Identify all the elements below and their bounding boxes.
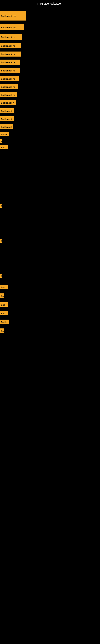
bottleneck-label-7: Bottleneck re [0, 68, 20, 73]
bottleneck-label-12: Bottleneck [0, 108, 14, 113]
bottleneck-label-2: Bottleneck res [0, 24, 24, 30]
bottleneck-label-18: B [0, 204, 2, 208]
bottleneck-label-5: Bottleneck re [0, 52, 21, 56]
bottleneck-label-21: Bott [0, 285, 8, 289]
bottleneck-label-25: Bottle [0, 320, 9, 324]
bottleneck-label-9: Bottleneck re [0, 84, 18, 89]
bottleneck-label-13: Bottleneck [0, 116, 14, 121]
bottleneck-label-17: Bott [0, 145, 8, 149]
bottleneck-label-16: B [0, 139, 2, 143]
bottleneck-label-23: Bott [0, 302, 8, 307]
bottleneck-label-26: Bo [0, 328, 4, 333]
bottleneck-label-19: B [0, 239, 2, 243]
bottleneck-label-20: B [0, 274, 2, 278]
bottleneck-label-24: Bott [0, 311, 8, 315]
bottleneck-label-6: Bottleneck re [0, 60, 20, 64]
bottleneck-label-8: Bottleneck re [0, 76, 19, 81]
bottleneck-label-14: Bottleneck [0, 124, 13, 129]
bottleneck-label-11: Bottleneck r [0, 100, 16, 105]
bottleneck-label-4: Bottleneck re [0, 43, 21, 48]
site-title: TheBottlenecker.com [0, 1, 100, 6]
bottleneck-label-15: Bottle [0, 132, 9, 136]
bottleneck-label-10: Bottleneck re [0, 92, 17, 97]
bottleneck-label-1: Bottleneck res [0, 11, 26, 20]
bottleneck-label-3: Bottleneck re [0, 34, 22, 40]
bottleneck-label-22: Bo [0, 294, 4, 298]
